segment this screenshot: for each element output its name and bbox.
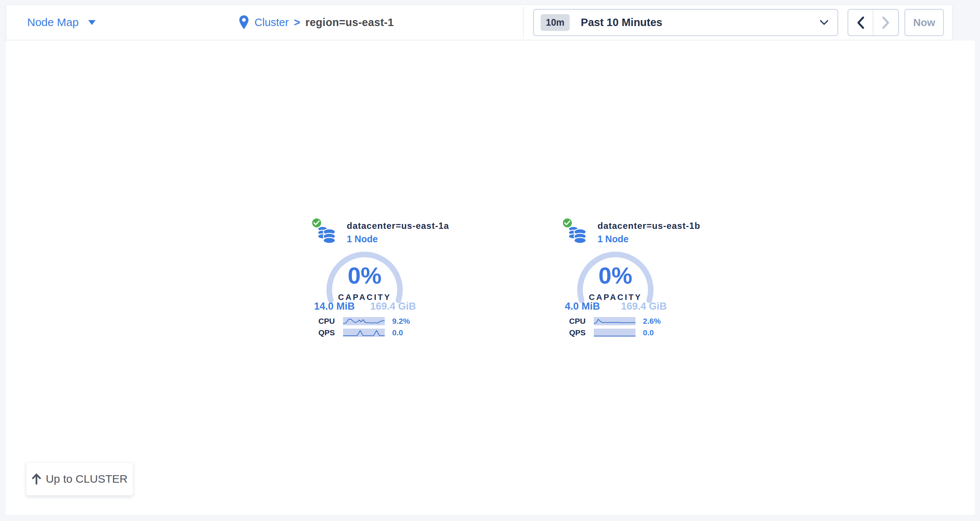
metric-value: 0.0	[392, 328, 403, 337]
capacity-used: 14.0 MiB	[314, 301, 355, 312]
locality-node-count[interactable]: 1 Node	[598, 234, 700, 244]
chevron-down-icon	[819, 20, 829, 25]
metric-label: CPU	[303, 317, 335, 326]
now-button[interactable]: Now	[904, 9, 944, 36]
database-stack-icon	[317, 225, 336, 244]
node-map-canvas	[6, 41, 975, 515]
arrow-up-icon	[32, 473, 41, 484]
database-stack-icon	[568, 225, 587, 244]
metric-value: 0.0	[643, 328, 654, 337]
caret-down-icon	[88, 20, 95, 25]
capacity-total: 169.4 GiB	[370, 301, 416, 312]
capacity-values: 14.0 MiB 169.4 GiB	[314, 301, 416, 312]
time-forward-button[interactable]	[873, 10, 898, 35]
capacity-percent: 0%	[323, 262, 406, 289]
metric-row-cpu: CPU 9.2%	[303, 317, 410, 325]
chevron-right-icon	[882, 16, 890, 29]
check-circle-icon	[562, 217, 573, 228]
map-pin-icon	[239, 15, 249, 30]
metric-value: 2.6%	[643, 317, 661, 326]
time-window-label: Past 10 Minutes	[581, 16, 662, 29]
locality-header: datacenter=us-east-1b 1 Node	[554, 216, 677, 245]
metric-value: 9.2%	[392, 317, 410, 326]
chevron-left-icon	[856, 16, 865, 29]
capacity-gauge: 0% CAPACITY	[323, 249, 406, 309]
metric-row-qps: QPS 0.0	[554, 328, 654, 337]
breadcrumb-cluster-link[interactable]: Cluster	[255, 16, 289, 29]
cpu-sparkline	[343, 317, 385, 325]
locality-node-count[interactable]: 1 Node	[347, 234, 449, 244]
metric-label: QPS	[554, 328, 585, 337]
qps-sparkline	[343, 328, 385, 337]
metric-label: QPS	[303, 328, 335, 337]
locality-title: datacenter=us-east-1a	[347, 221, 449, 231]
toolbar: Node Map Cluster > region=us-east-1 10m …	[6, 5, 953, 40]
up-to-cluster-button[interactable]: Up to CLUSTER	[26, 462, 133, 496]
cpu-sparkline	[594, 317, 635, 325]
time-range-nav	[848, 9, 899, 36]
time-back-button[interactable]	[848, 10, 873, 35]
time-window-badge: 10m	[541, 14, 570, 31]
metric-row-qps: QPS 0.0	[303, 328, 403, 337]
up-to-cluster-label: Up to CLUSTER	[46, 473, 127, 485]
view-selector-label: Node Map	[27, 16, 78, 29]
metric-label: CPU	[554, 317, 585, 326]
breadcrumb-current: region=us-east-1	[305, 16, 394, 29]
metric-row-cpu: CPU 2.6%	[554, 317, 661, 325]
toolbar-divider	[523, 7, 523, 38]
locality-card-us-east-1b[interactable]: datacenter=us-east-1b 1 Node 0% CAPACITY…	[554, 216, 677, 245]
qps-sparkline	[594, 328, 635, 337]
breadcrumb-separator: >	[294, 16, 300, 29]
locality-header: datacenter=us-east-1a 1 Node	[303, 216, 426, 245]
check-circle-icon	[311, 217, 322, 228]
capacity-percent: 0%	[574, 262, 657, 289]
breadcrumb: Cluster > region=us-east-1	[239, 5, 394, 40]
locality-title: datacenter=us-east-1b	[598, 221, 700, 231]
locality-card-us-east-1a[interactable]: datacenter=us-east-1a 1 Node 0% CAPACITY…	[303, 216, 426, 245]
capacity-total: 169.4 GiB	[621, 301, 667, 312]
capacity-gauge: 0% CAPACITY	[574, 249, 657, 309]
time-window-dropdown[interactable]: 10m Past 10 Minutes	[533, 9, 838, 36]
view-selector-dropdown[interactable]: Node Map	[27, 5, 95, 40]
capacity-used: 4.0 MiB	[565, 301, 600, 312]
capacity-values: 4.0 MiB 169.4 GiB	[565, 301, 667, 312]
